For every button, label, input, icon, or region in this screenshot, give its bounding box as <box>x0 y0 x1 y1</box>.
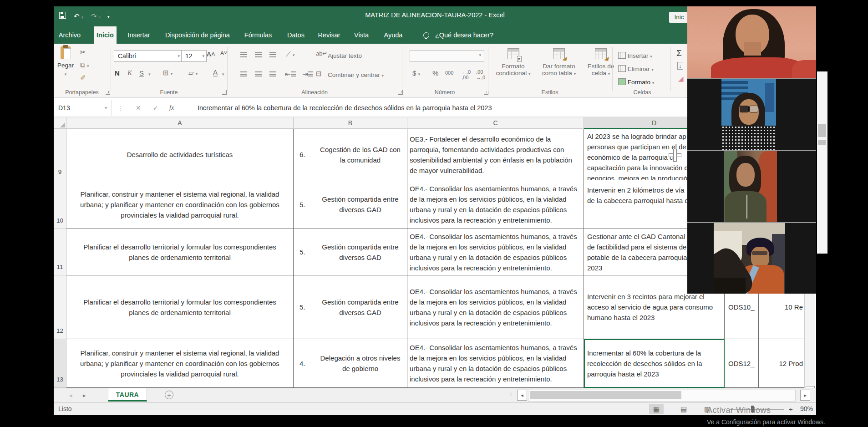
clear-eraser-icon[interactable]: ◢ <box>678 75 684 83</box>
font-dialog-launcher-icon[interactable] <box>222 90 227 95</box>
italic-button[interactable]: K <box>127 69 132 77</box>
align-bottom-icon[interactable] <box>269 51 276 59</box>
tab-datos[interactable]: Datos <box>284 26 307 44</box>
cell-c10[interactable]: OE4.- Consolidar los asentamientos human… <box>407 180 584 229</box>
tab-vista[interactable]: Vista <box>351 26 371 44</box>
font-color-caret-icon[interactable]: ▾ <box>222 72 224 76</box>
tab-revisar[interactable]: Revisar <box>315 26 343 44</box>
increase-font-icon[interactable]: A˄ <box>207 50 215 58</box>
insert-function-icon[interactable]: fx <box>169 100 174 116</box>
borders-icon[interactable]: ⊞ ▾ <box>163 69 173 77</box>
signin-button[interactable]: Inic <box>669 12 689 23</box>
increase-indent-icon[interactable]: ⇥ <box>302 70 313 78</box>
clipboard-dialog-launcher-icon[interactable] <box>106 90 110 95</box>
font-name-select[interactable]: Calibri▾ <box>114 50 183 62</box>
col-header-b[interactable]: B <box>294 117 407 129</box>
font-color-icon[interactable]: A <box>213 69 218 77</box>
tellme-search[interactable]: ¿Qué desea hacer? <box>432 26 496 44</box>
cell-f13[interactable]: 12 Prod <box>759 339 804 388</box>
cell-b13[interactable]: 4.Delegación a otros niveles de gobierno <box>294 339 407 388</box>
cell-b12[interactable]: 5.Gestión compartida entre diversos GAD <box>294 275 407 339</box>
sheet-prev-icon[interactable]: ◂ <box>69 388 72 402</box>
percent-format-icon[interactable]: % <box>432 69 438 77</box>
currency-format-icon[interactable]: $ ▾ <box>412 69 420 77</box>
decrease-font-icon[interactable]: A˅ <box>220 50 227 56</box>
cell-c9[interactable]: OE3.- Fortalecer el desarrollo económico… <box>407 129 584 180</box>
tab-inicio[interactable]: Inicio <box>94 26 117 44</box>
align-left-icon[interactable] <box>240 70 247 78</box>
tab-archivo[interactable]: Archivo <box>56 26 83 44</box>
format-painter-icon[interactable]: ✐ <box>80 74 86 82</box>
row-header-13[interactable]: 13 <box>54 339 66 388</box>
hscroll-left-icon[interactable]: ◂ <box>517 390 527 401</box>
cell-c13[interactable]: OE4.- Consolidar los asentamientos human… <box>407 339 584 388</box>
decrease-decimal-icon[interactable]: ,00→,0 <box>476 69 485 80</box>
merge-center-icon[interactable]: ⊟ <box>316 70 322 78</box>
cell-styles-button[interactable]: Estilos de celda ▾ <box>583 48 619 77</box>
number-format-select[interactable]: ▾ <box>410 50 484 62</box>
cell-b9[interactable]: 6.Cogestión de los GAD con la comunidad <box>294 129 407 180</box>
new-sheet-icon[interactable]: + <box>165 391 173 399</box>
bold-button[interactable]: N <box>115 69 120 77</box>
align-middle-icon[interactable] <box>255 51 262 59</box>
tab-scroll-split-handle[interactable]: ⁞ <box>510 391 512 396</box>
cell-c11[interactable]: OE4.- Consolidar los asentamientos human… <box>407 229 584 275</box>
font-size-select[interactable]: 12▾ <box>181 50 207 62</box>
video-panel-scroll-thumb[interactable] <box>818 124 826 137</box>
cell-e13[interactable]: ODS12_ <box>725 339 759 388</box>
merge-center-label[interactable]: Combinar y centrar ▾ <box>328 71 384 78</box>
col-header-a[interactable]: A <box>66 117 294 129</box>
delete-cells-button[interactable]: Eliminar ▾ <box>618 64 654 72</box>
copy-icon[interactable]: ⧉ ▾ <box>80 61 89 69</box>
hscroll-thumb[interactable] <box>530 391 681 399</box>
normal-view-icon[interactable]: ▦ <box>649 404 664 414</box>
wrap-text-icon[interactable]: ab↵ <box>316 50 327 57</box>
col-header-c[interactable]: C <box>407 117 584 129</box>
comma-format-icon[interactable]: 000 <box>445 70 453 76</box>
format-cells-button[interactable]: Formato ▾ <box>618 77 654 86</box>
confirm-entry-icon[interactable]: ✓ <box>153 100 158 116</box>
wrap-text-label[interactable]: Ajustar texto <box>328 52 362 59</box>
video-panel-scrollbar[interactable] <box>817 71 827 254</box>
cut-icon[interactable]: ✂ <box>80 48 86 56</box>
row-header-11[interactable]: 11 <box>54 229 66 275</box>
participant-video-1[interactable] <box>687 6 816 79</box>
cell-a12[interactable]: Planificar el desarrollo territorial y f… <box>66 275 294 339</box>
zoom-level[interactable]: 90% <box>800 403 813 415</box>
orientation-icon[interactable]: ⟋ ▾ <box>286 50 294 58</box>
name-box[interactable]: D13▾ <box>54 100 112 116</box>
tab-disposicion[interactable]: Disposición de página <box>162 26 233 44</box>
cell-a11[interactable]: Planificar el desarrollo territorial y f… <box>66 229 294 275</box>
underline-caret-icon[interactable]: ▾ <box>148 72 151 76</box>
participant-video-4[interactable] <box>687 223 816 294</box>
fill-color-icon[interactable]: ▱ ▾ <box>188 69 198 77</box>
page-layout-view-icon[interactable]: ▤ <box>676 404 691 414</box>
cell-b10[interactable]: 5.Gestión compartida entre diversos GAD <box>294 180 407 229</box>
row-header-12[interactable]: 12 <box>54 275 66 339</box>
participant-video-2[interactable] <box>687 79 816 151</box>
cancel-entry-icon[interactable]: ✕ <box>136 100 141 116</box>
fill-down-icon[interactable]: ↓ <box>677 62 683 70</box>
align-right-icon[interactable] <box>269 70 276 78</box>
sheet-next-icon[interactable]: ▸ <box>83 388 86 402</box>
increase-decimal-icon[interactable]: ←.0,00 <box>462 69 471 80</box>
zoom-in-icon[interactable]: + <box>789 403 793 415</box>
decrease-indent-icon[interactable]: ⇤ <box>285 70 296 78</box>
autosum-icon[interactable]: Σ <box>676 48 682 58</box>
hscroll-right-icon[interactable]: ▸ <box>800 390 810 401</box>
row-header-10[interactable]: 10 <box>54 180 66 229</box>
cell-a13[interactable]: Planificar, construir y mantener el sist… <box>66 339 294 388</box>
format-as-table-button[interactable]: Dar formato como tabla ▾ <box>536 48 582 77</box>
align-center-icon[interactable] <box>255 70 262 78</box>
tab-insertar[interactable]: Insertar <box>125 26 152 44</box>
horizontal-scrollbar[interactable] <box>528 390 796 402</box>
paste-button[interactable]: Pegar ▾ <box>56 46 76 88</box>
underline-button[interactable]: S <box>139 69 144 77</box>
row-header-9[interactable]: 9 <box>54 129 66 180</box>
participant-video-3[interactable] <box>687 151 816 223</box>
sheet-tab-taura[interactable]: TAURA <box>108 388 147 402</box>
tab-formulas[interactable]: Fórmulas <box>242 26 274 44</box>
cell-a10[interactable]: Planificar, construir y mantener el sist… <box>66 180 294 229</box>
tab-ayuda[interactable]: Ayuda <box>381 26 406 44</box>
cell-b11[interactable]: 5.Gestión compartida entre diversos GAD <box>294 229 407 275</box>
